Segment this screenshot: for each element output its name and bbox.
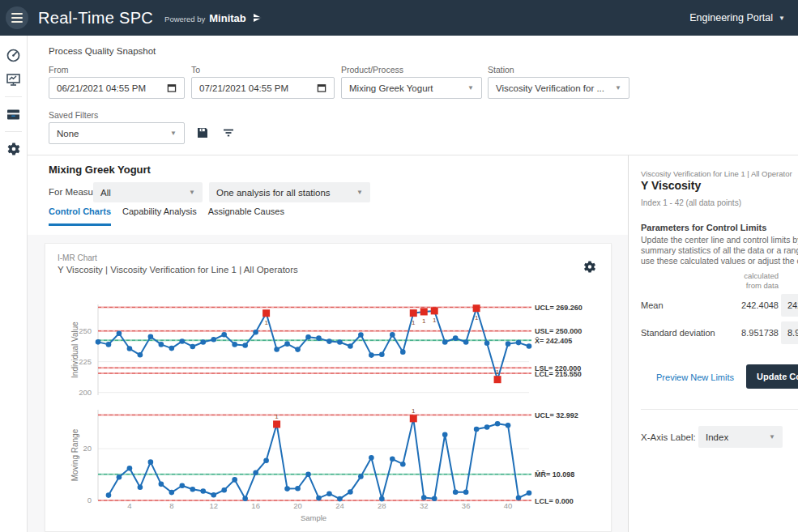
imr-chart-card: I-MR Chart Y Viscosity | Viscosity Verif… [45,243,612,532]
svg-text:28: 28 [378,501,386,510]
page-title: Process Quality Snapshot [49,46,156,56]
xaxis-label: X-Axis Label: [641,432,696,442]
analysis-mode-value: One analysis for all stations [216,188,331,198]
control-limits-panel: Viscosity Verification for Line 1 | All … [628,155,798,532]
params-description-line: Update the center line and control limit… [641,235,798,245]
product-process-select[interactable]: Mixing Greek Yogurt ▼ [341,77,482,99]
svg-text:LCL= 0.000: LCL= 0.000 [535,497,574,505]
svg-text:250: 250 [79,326,92,335]
measure-select[interactable]: All ▼ [93,182,203,202]
preview-new-limits-link[interactable]: Preview New Limits [629,372,734,382]
svg-text:Moving Range: Moving Range [70,428,79,481]
sidebar-item-storage[interactable] [0,102,27,126]
settings-gear-icon [6,142,21,156]
svg-text:225: 225 [79,357,92,366]
sidebar-item-monitoring[interactable] [0,67,27,92]
hamburger-menu-icon[interactable] [6,6,28,29]
mean-input[interactable] [781,294,798,317]
svg-text:36: 36 [462,501,471,510]
mean-calculated-value: 242.4048 [629,300,779,310]
powered-by-prefix: Powered by [164,15,205,23]
svg-text:12: 12 [209,501,218,510]
sidebar-item-dashboard[interactable] [0,43,27,67]
filter-bar: Process Quality Snapshot From To Product… [27,36,798,155]
column-header-line: calculated [629,271,779,281]
svg-text:1: 1 [475,314,479,321]
left-sidebar [0,36,28,532]
svg-text:0: 0 [87,496,92,504]
panel-divider [641,409,798,410]
svg-text:24: 24 [335,501,344,510]
svg-text:20: 20 [293,501,302,510]
to-label: To [191,65,200,74]
chevron-down-icon: ▼ [189,189,195,196]
analysis-section: Mixing Greek Yogurt For Measure: All ▼ O… [27,155,628,235]
app-header: Real-Time SPC Powered by Minitab Enginee… [0,0,798,36]
monitor-chart-icon [6,72,21,87]
sidebar-item-settings[interactable] [0,137,27,161]
powered-by: Powered by Minitab [164,12,263,24]
svg-text:8: 8 [169,501,173,510]
panel-title: Y Viscosity [641,179,701,192]
station-label: Station [488,65,514,74]
calendar-icon [317,83,326,93]
params-description: Update the center line and control limit… [641,235,798,266]
svg-text:1: 1 [412,319,416,326]
tab-bar: Control Charts Capability Analysis Assig… [49,206,284,226]
from-date-input[interactable] [49,77,185,99]
station-select[interactable]: Viscosity Verification for ... ▼ [488,77,629,99]
tab-control-charts[interactable]: Control Charts [49,206,111,226]
chevron-down-icon: ▼ [356,189,363,196]
panel-index-info: Index 1 - 42 (all data points) [641,198,741,207]
tab-assignable-causes[interactable]: Assignable Causes [208,206,284,226]
tab-capability-analysis[interactable]: Capability Analysis [122,206,197,226]
calculated-column-header: calculated from data [629,271,779,291]
calendar-icon [167,83,177,93]
xaxis-select[interactable]: Index ▼ [698,426,783,448]
xaxis-value: Index [706,432,728,442]
svg-text:LCL= 215.550: LCL= 215.550 [535,370,582,378]
sidebar-divider [5,131,22,132]
save-filter-button[interactable] [196,126,209,143]
from-date-value[interactable] [57,83,167,93]
gauge-icon [6,48,21,63]
sidebar-divider [5,96,22,97]
svg-text:4: 4 [127,501,131,510]
stdev-calculated-value: 8.951738 [629,328,779,338]
panel-subtitle: Viscosity Verification for Line 1 | All … [641,169,792,178]
svg-text:16: 16 [251,501,260,510]
filter-list-icon [222,126,235,139]
svg-text:1: 1 [422,317,426,325]
svg-text:Individual Value: Individual Value [70,321,79,378]
imr-chart-svg: 200225250UCL= 269.260USL= 250.000X̄= 242… [45,244,612,532]
update-control-limits-button[interactable]: Update Control Limits [746,364,798,389]
svg-text:X̄= 242.405: X̄= 242.405 [535,337,572,345]
product-process-value: Mixing Greek Yogurt [349,83,433,93]
svg-text:UCL= 269.260: UCL= 269.260 [535,304,582,312]
to-date-value[interactable] [199,83,317,93]
product-process-label: Product/Process [341,65,403,74]
column-header-line: from data [629,281,779,291]
svg-text:1: 1 [412,407,416,415]
measure-value: All [100,188,111,198]
minitab-logo-icon [252,12,263,23]
to-date-input[interactable] [191,77,335,99]
svg-text:20: 20 [83,444,92,453]
portal-menu[interactable]: Engineering Portal ▼ [689,12,785,23]
analysis-mode-select[interactable]: One analysis for all stations ▼ [209,182,370,202]
chevron-down-icon: ▼ [779,15,785,22]
filter-button[interactable] [222,126,235,143]
svg-text:1: 1 [275,413,279,420]
station-value: Viscosity Verification for ... [496,83,604,93]
app-title: Real-Time SPC [38,9,153,28]
svg-text:1: 1 [496,368,500,376]
svg-text:USL= 250.000: USL= 250.000 [535,327,582,335]
stdev-input[interactable] [781,321,798,344]
svg-text:UCL= 32.992: UCL= 32.992 [535,411,578,419]
process-title: Mixing Greek Yogurt [49,164,151,176]
chevron-down-icon: ▼ [769,433,775,440]
saved-filters-select[interactable]: None ▼ [49,122,185,144]
storage-box-icon [6,107,21,122]
portal-menu-label: Engineering Portal [689,12,773,23]
svg-text:40: 40 [504,501,513,510]
